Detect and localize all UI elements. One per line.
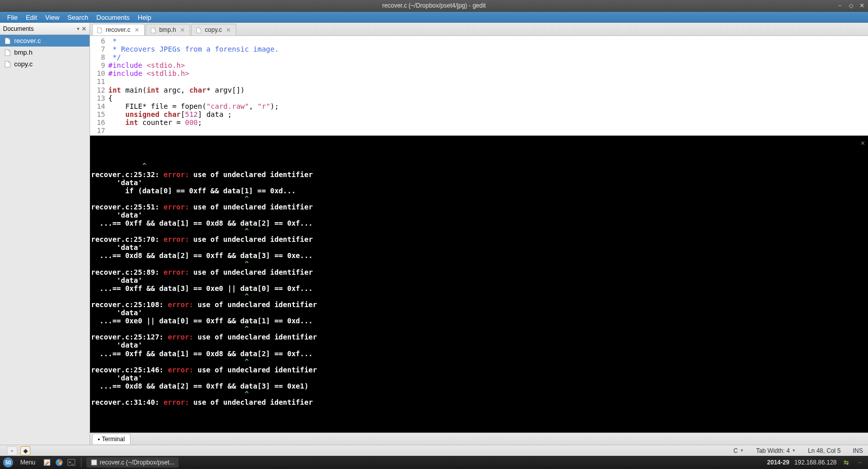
- dropdown-icon[interactable]: ▾: [77, 26, 79, 31]
- tab-label: recover.c: [106, 26, 131, 33]
- back-arrow-icon[interactable]: ←: [856, 458, 865, 467]
- code-line[interactable]: 11: [90, 77, 868, 86]
- tab-close-button[interactable]: ✕: [134, 27, 140, 33]
- line-number: 17: [90, 126, 108, 135]
- code-editor[interactable]: 6 *7 * Recovers JPEGs from a forensic im…: [90, 36, 868, 136]
- terminal-line: recover.c:25:146: error: use of undeclar…: [91, 366, 867, 374]
- line-number: 8: [90, 53, 108, 61]
- terminal-tab[interactable]: ▪ Terminal: [92, 434, 131, 444]
- document-item[interactable]: recover.c: [0, 35, 90, 47]
- code-line[interactable]: 7 * Recovers JPEGs from a forensic image…: [90, 45, 868, 53]
- menu-help[interactable]: Help: [134, 13, 155, 22]
- line-number: 6: [90, 37, 108, 45]
- maximize-button[interactable]: ◇: [847, 2, 855, 10]
- code-line[interactable]: 8 */: [90, 53, 868, 61]
- code-line[interactable]: 12int main(int argc, char* argv[]): [90, 86, 868, 94]
- menu-button[interactable]: Menu: [16, 457, 39, 467]
- terminal-line: ^: [91, 358, 867, 366]
- document-item[interactable]: copy.c: [0, 58, 90, 70]
- code-line[interactable]: 6 *: [90, 37, 868, 45]
- terminal-line: ^: [91, 162, 867, 170]
- document-list: recover.cbmp.hcopy.c: [0, 35, 90, 70]
- terminal-close-button[interactable]: ✕: [861, 139, 865, 147]
- line-content: unsigned char[512] data ;: [108, 110, 868, 118]
- terminal-line: ...== 0xd8 && data[2] == 0xff && data[3]…: [91, 382, 867, 390]
- minimize-button[interactable]: −: [836, 2, 844, 10]
- editor-tab[interactable]: copy.c✕: [191, 24, 236, 35]
- tabwidth-selector[interactable]: Tab Width: 4 ▼: [756, 447, 796, 454]
- gedit-icon[interactable]: [42, 458, 52, 467]
- line-content: [108, 126, 868, 135]
- line-content: #include <stdio.h>: [108, 61, 868, 69]
- line-content: {: [108, 94, 868, 102]
- code-line[interactable]: 9#include <stdio.h>: [90, 61, 868, 69]
- line-content: int main(int argc, char* argv[]): [108, 86, 868, 94]
- line-content: FILE* file = fopen("card.raw", "r");: [108, 102, 868, 110]
- terminal-line: recover.c:25:89: error: use of undeclare…: [91, 268, 867, 276]
- terminal-output[interactable]: ✕ ^recover.c:25:32: error: use of undecl…: [90, 136, 868, 433]
- file-icon: [196, 27, 202, 33]
- code-line[interactable]: 13{: [90, 94, 868, 102]
- code-line[interactable]: 14 FILE* file = fopen("card.raw", "r");: [90, 102, 868, 110]
- document-item[interactable]: bmp.h: [0, 47, 90, 58]
- line-number: 15: [90, 110, 108, 118]
- file-icon: [4, 49, 11, 56]
- insert-mode[interactable]: INS: [853, 447, 863, 454]
- line-number: 13: [90, 94, 108, 102]
- line-number: 12: [90, 86, 108, 94]
- terminal-icon[interactable]: >_: [67, 458, 76, 467]
- language-selector[interactable]: C ▼: [733, 447, 744, 454]
- taskbar: 50 Menu >_ recover.c (~/Dropbox/pset... …: [0, 456, 868, 469]
- code-line[interactable]: 15 unsigned char[512] data ;: [90, 110, 868, 118]
- tab-close-button[interactable]: ✕: [225, 27, 232, 33]
- sidepanel-close-button[interactable]: ✕: [81, 25, 86, 32]
- terminal-line: recover.c:25:51: error: use of undeclare…: [91, 203, 867, 211]
- position-label: Ln 48, Col 5: [808, 447, 841, 454]
- file-icon: [4, 61, 11, 68]
- window-controls: − ◇ ✕: [836, 2, 866, 10]
- menu-edit[interactable]: Edit: [22, 13, 41, 22]
- cs50-icon[interactable]: 50: [3, 457, 13, 467]
- sidepanel-header: Documents ▾ ✕: [0, 23, 90, 35]
- line-content: int counter = 000;: [108, 118, 868, 126]
- network-icon[interactable]: ⇆: [842, 458, 851, 467]
- clock: 2014-29: [767, 459, 790, 466]
- line-number: 14: [90, 102, 108, 110]
- line-content: */: [108, 53, 868, 61]
- status-button-2[interactable]: ◆: [20, 446, 30, 455]
- tab-label: bmp.h: [159, 26, 176, 33]
- menu-documents[interactable]: Documents: [93, 13, 134, 22]
- terminal-line: 'data': [91, 179, 867, 187]
- editor-tab[interactable]: recover.c✕: [92, 24, 145, 35]
- line-number: 10: [90, 69, 108, 77]
- tab-label: copy.c: [205, 26, 222, 33]
- terminal-tab-label: Terminal: [102, 436, 124, 443]
- documents-sidepanel: Documents ▾ ✕ recover.cbmp.hcopy.c: [0, 23, 90, 445]
- editor-tabs: recover.c✕bmp.h✕copy.c✕: [90, 23, 868, 36]
- tab-close-button[interactable]: ✕: [179, 27, 186, 33]
- svg-rect-6: [92, 460, 97, 465]
- line-number: 16: [90, 118, 108, 126]
- code-line[interactable]: 17: [90, 126, 868, 135]
- taskbar-window[interactable]: recover.c (~/Dropbox/pset...: [86, 457, 179, 467]
- menu-view[interactable]: View: [41, 13, 63, 22]
- statusbar: ▫ ◆ C ▼ Tab Width: 4 ▼ Ln 48, Col 5 INS: [0, 445, 868, 456]
- menu-file[interactable]: File: [3, 13, 22, 22]
- menubar: FileEditViewSearchDocumentsHelp: [0, 12, 868, 23]
- terminal-line: 'data': [91, 276, 867, 284]
- status-button-1[interactable]: ▫: [7, 446, 17, 455]
- file-icon: [97, 27, 103, 33]
- code-line[interactable]: 16 int counter = 000;: [90, 118, 868, 126]
- code-line[interactable]: 10#include <stdlib.h>: [90, 69, 868, 77]
- terminal-line: 'data': [91, 341, 867, 349]
- file-icon: [150, 27, 156, 33]
- terminal-icon: ▪: [98, 436, 100, 443]
- line-content: * Recovers JPEGs from a forensic image.: [108, 45, 868, 53]
- terminal-line: ^: [91, 325, 867, 333]
- terminal-line: 'data': [91, 374, 867, 382]
- editor-tab[interactable]: bmp.h✕: [146, 24, 190, 35]
- menu-search[interactable]: Search: [63, 13, 92, 22]
- close-button[interactable]: ✕: [858, 2, 866, 10]
- line-content: [108, 77, 868, 86]
- chrome-icon[interactable]: [55, 458, 64, 467]
